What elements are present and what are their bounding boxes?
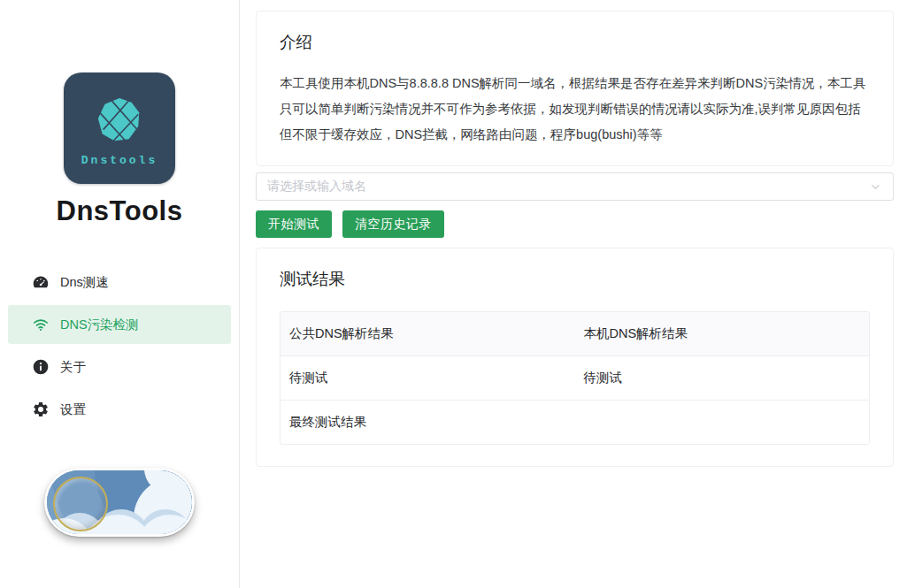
results-title: 测试结果 (280, 268, 870, 290)
gear-icon (32, 401, 50, 418)
local-dns-result: 待测试 (575, 355, 870, 400)
public-dns-result: 待测试 (281, 355, 575, 400)
app-logo: Dnstools (64, 73, 175, 184)
sidebar-item-dns-pollution-check[interactable]: DNS污染检测 (8, 305, 231, 344)
sidebar-item-dns-speedtest[interactable]: Dns测速 (8, 263, 231, 302)
final-result-cell: 最终测试结果 (281, 400, 869, 444)
local-dns-header: 本机DNS解析结果 (575, 312, 870, 355)
table-row: 最终测试结果 (281, 400, 869, 444)
toggle-knob[interactable] (53, 477, 108, 531)
theme-toggle[interactable] (44, 468, 195, 537)
sidebar-item-label: 设置 (60, 401, 86, 418)
chevron-down-icon (869, 180, 882, 194)
intro-body-text: 本工具使用本机DNS与8.8.8.8 DNS解析同一域名，根据结果是否存在差异来… (280, 71, 870, 148)
intro-card: 介绍 本工具使用本机DNS与8.8.8.8 DNS解析同一域名，根据结果是否存在… (256, 11, 894, 166)
results-card: 测试结果 公共DNS解析结果 本机DNS解析结果 待测试 待测试 最终测试结果 (256, 248, 894, 467)
main-content: 介绍 本工具使用本机DNS与8.8.8.8 DNS解析同一域名，根据结果是否存在… (240, 0, 907, 588)
sidebar-item-label: DNS污染检测 (60, 317, 139, 333)
action-buttons: 开始测试 清空历史记录 (256, 210, 894, 238)
wifi-icon (32, 316, 50, 333)
sidebar-item-label: Dns测速 (60, 274, 109, 291)
sidebar: Dnstools DnsTools Dns测速 (0, 0, 240, 588)
table-row: 待测试 待测试 (281, 355, 869, 400)
speedometer-icon (32, 273, 50, 291)
clear-history-button[interactable]: 清空历史记录 (342, 210, 444, 238)
domain-select-placeholder: 请选择或输入域名 (267, 179, 366, 195)
results-table: 公共DNS解析结果 本机DNS解析结果 待测试 待测试 最终测试结果 (280, 311, 870, 445)
table-header-row: 公共DNS解析结果 本机DNS解析结果 (281, 312, 869, 355)
sidebar-item-about[interactable]: 关于 (8, 347, 231, 386)
domain-select[interactable]: 请选择或输入域名 (256, 172, 894, 201)
sidebar-item-settings[interactable]: 设置 (8, 390, 231, 429)
toggle-sky-background (47, 470, 192, 534)
gem-icon (94, 95, 145, 147)
logo-text: Dnstools (81, 154, 158, 167)
info-icon (32, 358, 50, 376)
sidebar-menu: Dns测速 DNS污染检测 关于 (0, 263, 239, 432)
start-test-button[interactable]: 开始测试 (256, 210, 332, 238)
sidebar-item-label: 关于 (60, 359, 86, 376)
app-title: DnsTools (57, 195, 183, 227)
public-dns-header: 公共DNS解析结果 (281, 312, 575, 355)
intro-title: 介绍 (280, 31, 870, 53)
